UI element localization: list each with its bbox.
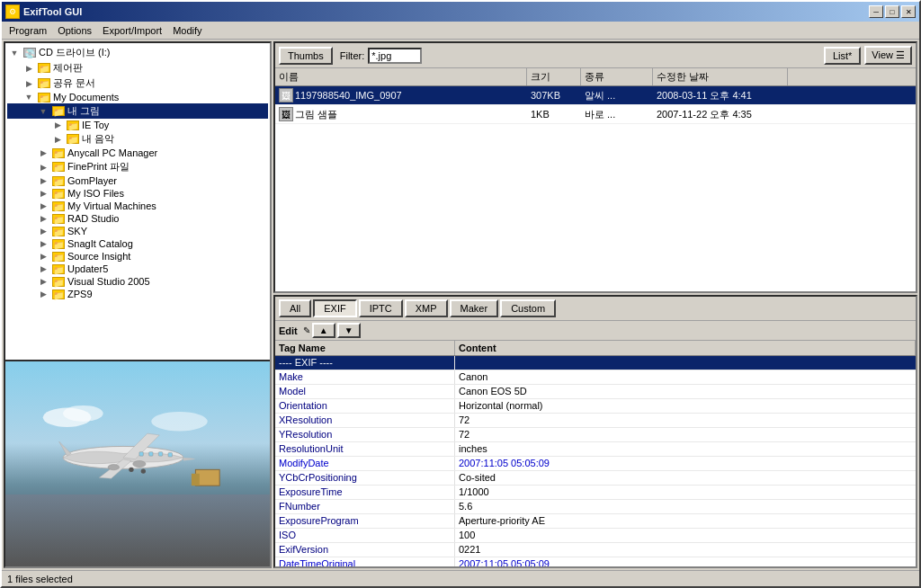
- tree-node[interactable]: ▶📁Visual Studio 2005: [7, 275, 268, 288]
- tree-node[interactable]: ▼📁My Documents: [7, 91, 268, 103]
- tab-custom[interactable]: Custom: [500, 299, 556, 317]
- list-item[interactable]: ExposureProgramAperture-priority AE: [275, 514, 916, 529]
- tree-toggle[interactable]: ▶: [22, 64, 36, 73]
- tree-node[interactable]: ▶📁공유 문서: [7, 76, 268, 91]
- tree-node[interactable]: ▶📁Updater5: [7, 263, 268, 275]
- exif-content-cell: 2007:11:05 05:05:09: [455, 457, 916, 470]
- table-row[interactable]: 🖼그림 샘플1KB바로 ...2007-11-22 오후 4:35: [275, 105, 916, 124]
- tree-node[interactable]: ▶📁Anycall PC Manager: [7, 147, 268, 159]
- view-button[interactable]: View ☰: [864, 46, 912, 65]
- tree-toggle[interactable]: ▶: [36, 227, 50, 236]
- tree-toggle[interactable]: ▶: [36, 264, 50, 273]
- tree-toggle[interactable]: ▶: [22, 79, 36, 88]
- folder-icon: 📁: [67, 120, 79, 130]
- list-item[interactable]: FNumber5.6: [275, 500, 916, 514]
- tree-node[interactable]: ▶📁FinePrint 파일: [7, 159, 268, 174]
- tree-toggle[interactable]: ▼: [7, 49, 22, 58]
- tree-toggle[interactable]: ▶: [36, 277, 50, 286]
- exif-table[interactable]: Tag Name Content ---- EXIF ----MakeCanon…: [275, 341, 916, 566]
- tree-toggle[interactable]: ▶: [36, 189, 50, 198]
- tree-node[interactable]: ▶📁Source Insight: [7, 250, 268, 263]
- filter-input[interactable]: [368, 48, 422, 64]
- file-list[interactable]: 이름 크기 종류 수정한 날짜 🖼1197988540_IMG_0907307K…: [275, 68, 916, 291]
- list-item[interactable]: XResolution72: [275, 414, 916, 428]
- exif-content-cell: Aperture-priority AE: [455, 514, 916, 528]
- tree-item-label: 공유 문서: [53, 76, 95, 90]
- tree-toggle[interactable]: ▶: [36, 201, 50, 210]
- col-header-name[interactable]: 이름: [275, 68, 527, 85]
- exif-tag-cell: FNumber: [275, 500, 455, 513]
- thumbs-button[interactable]: Thumbs: [279, 47, 333, 65]
- tree-toggle[interactable]: ▶: [36, 214, 50, 223]
- list-item[interactable]: YResolution72: [275, 428, 916, 442]
- tree-node[interactable]: ▼💿CD 드라이브 (I:): [7, 45, 268, 60]
- file-tree[interactable]: ▼💿CD 드라이브 (I:)▶📁제어판▶📁공유 문서▼📁My Documents…: [5, 43, 270, 360]
- tree-toggle[interactable]: ▶: [50, 135, 65, 144]
- sort-down-button[interactable]: ▼: [337, 323, 361, 338]
- tree-node[interactable]: ▶📁ZPS9: [7, 288, 268, 300]
- tree-node[interactable]: ▶📁My ISO Files: [7, 187, 268, 200]
- exif-content-cell: 2007:11:05 05:05:09: [455, 557, 916, 566]
- tree-toggle[interactable]: ▶: [36, 163, 50, 172]
- tab-iptc[interactable]: IPTC: [359, 299, 403, 317]
- list-item[interactable]: ISO100: [275, 529, 916, 543]
- menu-program[interactable]: Program: [4, 23, 52, 38]
- list-item[interactable]: ---- EXIF ----: [275, 356, 916, 370]
- exif-tabs: All EXIF IPTC XMP Maker Custom: [275, 297, 916, 321]
- tree-node[interactable]: ▶📁GomPlayer: [7, 174, 268, 187]
- tree-toggle[interactable]: ▼: [22, 93, 36, 102]
- folder-icon: 📁: [52, 214, 65, 224]
- list-button[interactable]: List*: [824, 47, 861, 65]
- tree-node[interactable]: ▶📁My Virtual Machines: [7, 200, 268, 212]
- col-header-size[interactable]: 크기: [527, 68, 581, 85]
- sort-up-button[interactable]: ▲: [312, 323, 335, 338]
- tree-item-label: 제어판: [53, 61, 83, 75]
- list-item[interactable]: OrientationHorizontal (normal): [275, 399, 916, 414]
- list-item[interactable]: YCbCrPositioningCo-sited: [275, 471, 916, 486]
- menu-options[interactable]: Options: [52, 23, 97, 38]
- menu-modify[interactable]: Modify: [167, 23, 207, 38]
- list-item[interactable]: ModelCanon EOS 5D: [275, 385, 916, 399]
- list-item[interactable]: ExposureTime1/1000: [275, 486, 916, 500]
- list-item[interactable]: ExifVersion0221: [275, 543, 916, 557]
- table-row[interactable]: 🖼1197988540_IMG_0907307KB알씨 ...2008-03-1…: [275, 86, 916, 105]
- list-item[interactable]: MakeCanon: [275, 370, 916, 385]
- tree-node[interactable]: ▶📁제어판: [7, 60, 268, 76]
- tree-toggle[interactable]: ▶: [36, 290, 50, 298]
- col-header-type[interactable]: 종류: [581, 68, 653, 85]
- exif-tag-cell: ExposureTime: [275, 486, 455, 499]
- tree-node[interactable]: ▶📁RAD Studio: [7, 212, 268, 225]
- tree-node[interactable]: ▶📁SnagIt Catalog: [7, 237, 268, 250]
- tree-node[interactable]: ▶📁IE Toy: [7, 119, 268, 131]
- tree-toggle[interactable]: ▶: [50, 120, 65, 129]
- tree-node[interactable]: ▶📁SKY: [7, 225, 268, 237]
- file-size-cell: 1KB: [527, 108, 581, 120]
- tree-item-label: Anycall PC Manager: [67, 147, 157, 158]
- tab-maker[interactable]: Maker: [450, 299, 499, 317]
- list-item[interactable]: ModifyDate2007:11:05 05:05:09: [275, 457, 916, 471]
- tree-toggle[interactable]: ▶: [36, 176, 50, 185]
- tab-xmp[interactable]: XMP: [405, 299, 448, 317]
- tree-toggle[interactable]: ▼: [36, 107, 50, 116]
- exif-content-cell: inches: [455, 442, 916, 456]
- col-header-date[interactable]: 수정한 날짜: [653, 68, 788, 85]
- tree-toggle[interactable]: ▶: [36, 252, 50, 261]
- tab-all[interactable]: All: [279, 299, 311, 317]
- menu-export-import[interactable]: Export/Import: [97, 23, 167, 38]
- maximize-button[interactable]: □: [885, 5, 899, 18]
- close-button[interactable]: ✕: [901, 5, 916, 18]
- tree-toggle[interactable]: ▶: [36, 148, 50, 157]
- tree-toggle[interactable]: ▶: [36, 239, 50, 248]
- folder-icon: 📁: [38, 93, 50, 102]
- left-panel: ▼💿CD 드라이브 (I:)▶📁제어판▶📁공유 문서▼📁My Documents…: [4, 41, 272, 568]
- list-item[interactable]: ResolutionUnitinches: [275, 442, 916, 457]
- tree-node[interactable]: ▼📁내 그림: [7, 103, 268, 119]
- folder-icon: 📁: [52, 239, 65, 249]
- minimize-button[interactable]: ─: [869, 5, 883, 18]
- exif-content-cell: 1/1000: [455, 486, 916, 499]
- tab-exif[interactable]: EXIF: [313, 299, 356, 317]
- menu-bar: Program Options Export/Import Modify: [2, 22, 919, 40]
- file-name-cell: 🖼1197988540_IMG_0907: [275, 87, 527, 103]
- list-item[interactable]: DateTimeOriginal2007:11:05 05:05:09: [275, 557, 916, 566]
- tree-node[interactable]: ▶📁내 음악: [7, 131, 268, 147]
